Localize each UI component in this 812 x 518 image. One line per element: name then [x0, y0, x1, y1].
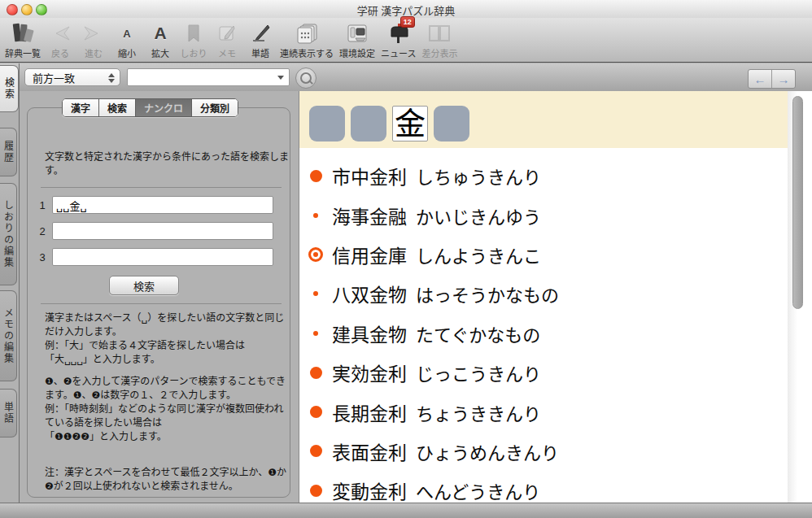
mailbox-icon: 12: [388, 21, 409, 46]
tab-bunruibetsu[interactable]: 分類別: [192, 99, 238, 116]
title-bar: 学研 漢字パズル辞典: [0, 0, 812, 18]
result-row[interactable]: 長期金利 ちょうききんり: [299, 392, 788, 431]
field-label: 3: [39, 251, 46, 263]
news-badge: 12: [400, 16, 415, 28]
frequency-marker-icon: [299, 367, 332, 379]
field-label: 2: [39, 225, 46, 237]
match-mode-popup[interactable]: 前方一致: [24, 68, 120, 86]
result-row[interactable]: 市中金利 しちゅうきんり: [299, 156, 788, 195]
split-view-icon: [427, 21, 452, 46]
toolbar-label: 進む: [85, 46, 103, 59]
app-window: 学研 漢字パズル辞典 辞典一覧 戻る 進む A 縮小 A 拡大: [0, 0, 812, 518]
kensaku-button[interactable]: 検索: [109, 276, 179, 295]
result-row[interactable]: 建具金物 たてぐかなもの: [299, 314, 788, 353]
pattern-input-2[interactable]: [52, 222, 273, 240]
result-term: 市中金利: [332, 162, 407, 189]
toolbar-label: 辞典一覧: [5, 46, 41, 59]
sidetab-word[interactable]: 単語: [0, 389, 17, 437]
tab-kanji[interactable]: 漢字: [63, 99, 99, 116]
results-pane: 金 市中金利 しちゅうきんり 海事金融 かいじきんゆう 信用金庫 しんようきんこ…: [299, 91, 788, 503]
pattern-input-3[interactable]: [52, 248, 273, 266]
result-row[interactable]: 表面金利 ひょうめんきんり: [299, 432, 788, 471]
sidetab-label: 検索: [2, 77, 16, 100]
result-reading: じっこうきんり: [416, 359, 541, 385]
puzzle-tile[interactable]: [351, 106, 386, 141]
bookmark-icon: [186, 21, 202, 46]
toolbar-bookmark[interactable]: しおり: [180, 21, 207, 59]
sidetab-label: 履歴: [2, 141, 15, 163]
help-paragraph-3: 注：漢字とスペースを合わせて最低２文字以上か、❶か❷が２回以上使われないと検索さ…: [45, 466, 290, 494]
separator: [41, 187, 282, 188]
scrollbar-thumb[interactable]: [792, 96, 803, 309]
tile-char: 金: [395, 108, 426, 139]
toolbar-label: 拡大: [151, 46, 169, 59]
result-reading: たてぐかなもの: [416, 320, 540, 346]
search-bar: 前方一致: [0, 63, 812, 92]
result-reading: ひょうめんきんり: [416, 438, 559, 464]
toolbar-diff-view[interactable]: 差分表示: [421, 21, 457, 59]
toolbar-label: 戻る: [51, 46, 69, 59]
result-term: 実効金利: [332, 359, 407, 386]
toolbar-back[interactable]: 戻る: [46, 21, 74, 59]
frequency-marker-icon: [299, 291, 332, 296]
result-reading: しちゅうきんり: [416, 163, 541, 189]
frequency-marker-icon: [299, 331, 332, 336]
result-row[interactable]: 信用金庫 しんようきんこ: [299, 235, 788, 274]
prev-result-button[interactable]: [749, 70, 772, 88]
result-term: 変動金利: [332, 477, 407, 503]
query-combobox[interactable]: [127, 68, 290, 86]
result-term: 長期金利: [332, 398, 407, 426]
status-bar: [0, 503, 812, 518]
toolbar-label: 環境設定: [339, 46, 375, 59]
pattern-field-row-2: 2: [39, 222, 273, 240]
toolbar-news[interactable]: 12 ニュース: [381, 21, 416, 59]
books-icon: [11, 21, 35, 46]
small-a-icon: A: [123, 21, 130, 46]
puzzle-header: 金: [299, 91, 788, 148]
sidetab-bookmark-edit[interactable]: しおりの編集: [0, 183, 17, 285]
panel-tab-bar: 漢字 検索 ナンクロ 分類別: [62, 98, 238, 117]
result-row[interactable]: 八双金物 はっそうかなもの: [299, 274, 788, 313]
puzzle-tile[interactable]: [309, 106, 345, 141]
result-row[interactable]: 変動金利 へんどうきんり: [299, 471, 788, 503]
toolbar-word[interactable]: 単語: [247, 21, 274, 59]
tab-label: 検索: [107, 101, 127, 115]
result-reading: はっそうかなもの: [416, 281, 559, 307]
query-input[interactable]: [129, 70, 273, 86]
sidetab-history[interactable]: 履歴: [0, 128, 17, 176]
toolbar-memo[interactable]: メモ: [213, 21, 241, 59]
chevron-down-icon[interactable]: [273, 69, 289, 85]
result-term: 海事金融: [332, 202, 407, 229]
sidetab-memo-edit[interactable]: メモの編集: [0, 290, 17, 381]
toolbar-forward[interactable]: 進む: [80, 21, 107, 59]
puzzle-tile[interactable]: 金: [392, 106, 428, 141]
result-term: 建具金物: [332, 320, 407, 347]
toolbar-preferences[interactable]: 環境設定: [339, 21, 375, 59]
pattern-field-row-1: 1: [39, 196, 273, 214]
result-list: 市中金利 しちゅうきんり 海事金融 かいじきんゆう 信用金庫 しんようきんこ 八…: [299, 156, 788, 503]
forward-arrow-icon: [83, 21, 104, 46]
toolbar-zoom-out[interactable]: A 縮小: [113, 21, 141, 59]
help-paragraph-2: ❶、❷を入力して漢字のパターンで検索することもできます。❶、❷は数字の１、２で入…: [45, 375, 290, 444]
memo-icon: [217, 21, 237, 46]
result-row[interactable]: 海事金融 かいじきんゆう: [299, 195, 788, 234]
tab-kensaku[interactable]: 検索: [99, 99, 136, 116]
toolbar-zoom-in[interactable]: A 拡大: [146, 21, 174, 59]
tab-nankuro[interactable]: ナンクロ: [136, 99, 192, 116]
sidetab-search[interactable]: 検索: [0, 65, 19, 112]
search-button[interactable]: [295, 67, 317, 89]
toolbar-label: しおり: [181, 46, 207, 59]
frequency-marker-icon: [299, 485, 332, 497]
next-result-button[interactable]: [772, 70, 795, 88]
toolbar-label: メモ: [218, 46, 236, 59]
puzzle-tile[interactable]: [434, 106, 469, 141]
toolbar-continuous-display[interactable]: 連続表示する: [280, 21, 334, 59]
toolbar-dictionary-list[interactable]: 辞典一覧: [5, 21, 41, 59]
sidetab-label: しおりの編集: [2, 200, 15, 268]
field-label: 1: [39, 199, 46, 211]
toolbar-label: 単語: [251, 46, 269, 59]
result-row[interactable]: 実効金利 じっこうきんり: [299, 353, 788, 392]
vertical-scrollbar[interactable]: [788, 91, 812, 503]
pattern-input-1[interactable]: [52, 196, 273, 214]
toolbar-label: 差分表示: [421, 46, 457, 59]
